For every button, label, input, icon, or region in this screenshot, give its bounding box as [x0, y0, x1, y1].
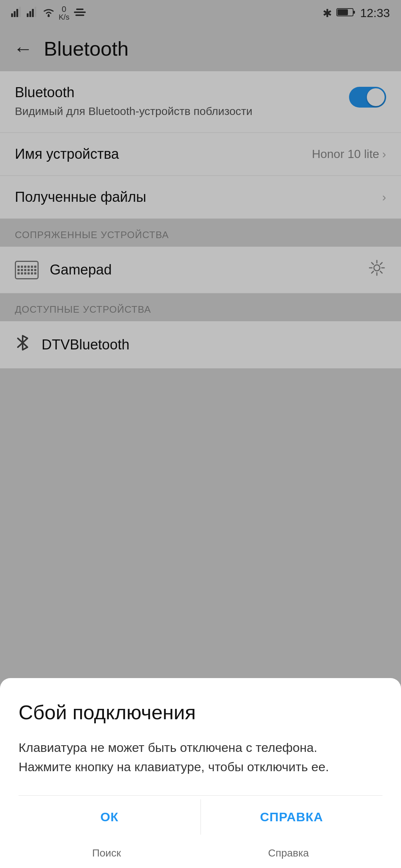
- dialog-help-button[interactable]: СПРАВКА: [201, 796, 383, 838]
- connection-error-dialog: Сбой подключения Клавиатура не может быт…: [0, 678, 401, 868]
- dialog-title: Сбой подключения: [19, 700, 382, 724]
- nav-search[interactable]: Поиск: [92, 847, 121, 859]
- bottom-nav: Поиск Справка: [0, 838, 401, 868]
- nav-help[interactable]: Справка: [268, 847, 309, 859]
- dialog-buttons: ОК СПРАВКА: [19, 795, 382, 838]
- dialog-message: Клавиатура не может быть отключена с тел…: [19, 738, 382, 777]
- dialog-ok-button[interactable]: ОК: [19, 796, 200, 838]
- dialog-overlay: Сбой подключения Клавиатура не может быт…: [0, 0, 401, 868]
